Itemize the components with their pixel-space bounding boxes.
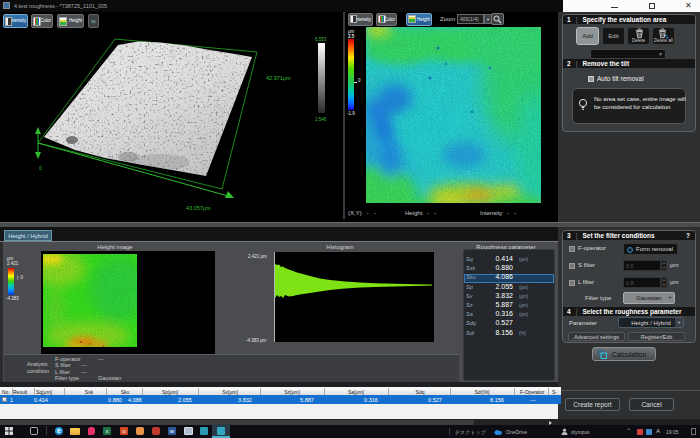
svg-text:0: 0 — [39, 165, 42, 171]
svg-text:43.057μm: 43.057μm — [186, 205, 211, 211]
svg-text:42.971μm: 42.971μm — [266, 75, 291, 81]
